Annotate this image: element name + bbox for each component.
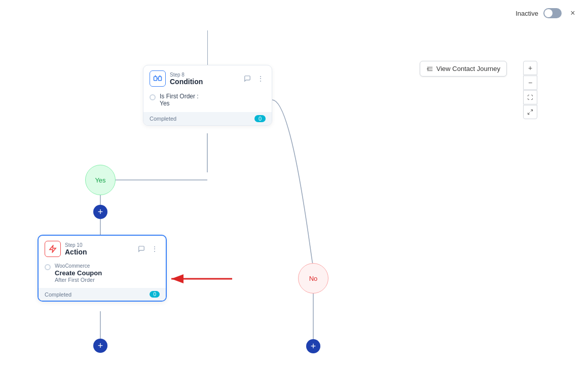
add-step-button-yes[interactable]: + [93,205,107,219]
svg-marker-12 [50,245,56,252]
action-card-body: WooCommerce Create Coupon After First Or… [39,260,166,288]
zoom-in-button[interactable]: + [523,61,537,75]
fullscreen-icon [527,109,533,115]
active-toggle[interactable] [543,8,562,18]
svg-rect-7 [154,77,157,81]
action-card-action-buttons: ⋮ [136,244,160,254]
zoom-controls: + − [523,61,537,119]
action-more-options-icon[interactable]: ⋮ [150,244,160,254]
action-card: Step 10 Action ⋮ WooCommerce Create Coup… [38,235,167,302]
card-title-area: Step 8 Condition [170,72,238,86]
add-step-button-no[interactable]: + [306,339,320,353]
add-step-button-action[interactable]: + [93,339,107,353]
yes-branch-bubble: Yes [85,165,116,195]
action-name: Create Coupon [55,269,102,277]
arrow-indicator [167,271,233,288]
journey-icon [426,65,433,72]
view-journey-label: View Contact Journey [436,65,500,72]
fit1-icon [527,94,533,100]
condition-step-label: Step 8 [170,72,238,78]
condition-dot [150,94,156,100]
action-completed-label: Completed [45,291,71,298]
close-button[interactable]: × [567,7,579,19]
connector-line-top [207,30,208,65]
action-sub-label: WooCommerce [55,263,102,269]
condition-completed-label: Completed [150,116,176,122]
more-options-icon[interactable]: ⋮ [255,74,266,84]
condition-icon-box [150,70,166,87]
action-icon-box [45,241,61,257]
top-bar: Inactive × [506,0,588,26]
condition-card-footer: Completed 0 [143,112,272,125]
condition-title: Condition [170,78,238,86]
condition-row: Is First Order : Yes [150,93,266,107]
condition-card-body: Is First Order : Yes [143,90,272,112]
action-dot [45,264,51,270]
comment-icon[interactable] [242,74,252,84]
card-action-buttons: ⋮ [242,74,266,84]
workflow-canvas: Step 8 Condition ⋮ Is First Order : Yes [0,0,588,366]
action-title-area: Step 10 Action [65,242,132,256]
action-detail-row: WooCommerce Create Coupon After First Or… [45,263,160,283]
view-contact-journey-button[interactable]: View Contact Journey [420,61,507,77]
condition-value: Yes [160,100,199,107]
card-header: Step 8 Condition ⋮ [143,65,272,90]
action-detail-text: After First Order [55,277,102,283]
svg-rect-8 [159,77,162,81]
action-card-header: Step 10 Action ⋮ [39,236,166,260]
condition-key: Is First Order : [160,93,199,100]
action-step-label: Step 10 [65,242,132,248]
no-branch-bubble: No [298,263,328,294]
condition-count-badge: 0 [254,115,266,122]
action-comment-icon[interactable] [136,244,146,254]
inactive-label: Inactive [516,10,538,17]
action-title: Action [65,248,132,256]
fit-screen-button[interactable] [523,90,537,104]
action-count-badge: 0 [150,291,160,298]
condition-text-block: Is First Order : Yes [160,93,199,107]
zoom-out-button[interactable]: − [523,76,537,90]
action-text-block: WooCommerce Create Coupon After First Or… [55,263,102,283]
condition-card: Step 8 Condition ⋮ Is First Order : Yes [143,65,272,126]
fullscreen-button[interactable] [523,105,537,119]
action-card-footer: Completed 0 [39,288,166,301]
